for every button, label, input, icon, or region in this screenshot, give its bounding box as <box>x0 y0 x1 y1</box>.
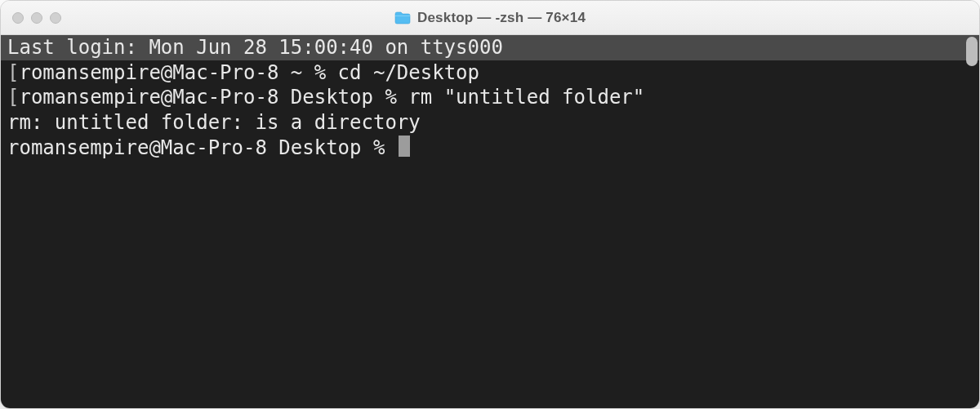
output-text: rm: untitled folder: is a directory <box>7 111 421 134</box>
command-text: cd ~/Desktop <box>338 61 479 84</box>
terminal-line: [romansempire@Mac-Pro-8 ~ % cd ~/Desktop <box>1 60 979 86</box>
window-title-wrap: Desktop — -zsh — 76×14 <box>1 10 979 26</box>
close-button[interactable] <box>12 12 24 24</box>
terminal-line: Last login: Mon Jun 28 15:00:40 on ttys0… <box>1 35 979 60</box>
last-login-text: Last login: Mon Jun 28 15:00:40 on ttys0… <box>7 36 503 59</box>
terminal-line: romansempire@Mac-Pro-8 Desktop % <box>1 136 979 161</box>
prompt: romansempire@Mac-Pro-8 Desktop % <box>7 136 397 159</box>
cursor <box>399 136 410 157</box>
prompt-bracket: [ <box>7 86 19 109</box>
scrollbar-thumb[interactable] <box>966 37 978 66</box>
svg-rect-0 <box>395 16 410 16</box>
folder-icon <box>394 11 411 24</box>
prompt: romansempire@Mac-Pro-8 Desktop % <box>19 86 408 109</box>
window-title: Desktop — -zsh — 76×14 <box>417 10 586 26</box>
titlebar: Desktop — -zsh — 76×14 <box>1 1 979 35</box>
maximize-button[interactable] <box>50 12 61 24</box>
terminal-line: rm: untitled folder: is a directory <box>1 110 979 136</box>
terminal-body[interactable]: Last login: Mon Jun 28 15:00:40 on ttys0… <box>1 35 979 408</box>
minimize-button[interactable] <box>31 12 42 24</box>
prompt: romansempire@Mac-Pro-8 ~ % <box>19 61 337 84</box>
traffic-lights <box>12 12 61 24</box>
prompt-bracket: [ <box>7 61 19 84</box>
command-text: rm "untitled folder" <box>408 86 644 109</box>
terminal-line: [romansempire@Mac-Pro-8 Desktop % rm "un… <box>1 85 979 110</box>
terminal-window: Desktop — -zsh — 76×14 Last login: Mon J… <box>0 0 980 409</box>
